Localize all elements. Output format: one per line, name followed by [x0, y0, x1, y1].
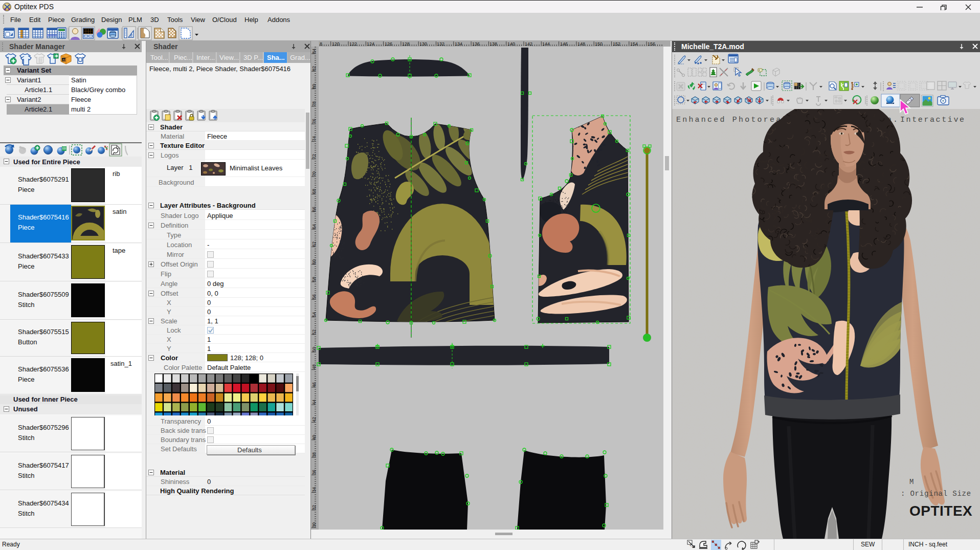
svg-text:30: 30: [311, 522, 317, 527]
svg-text:Interactive: Interactive: [900, 116, 966, 124]
svg-text:128: 128: [402, 41, 410, 47]
svg-text:46: 46: [311, 382, 317, 387]
svg-text:58: 58: [311, 277, 317, 282]
svg-text:50: 50: [311, 347, 317, 352]
svg-text:138: 138: [489, 41, 497, 47]
svg-text:1.0: 1.0: [689, 543, 695, 549]
svg-text:74: 74: [311, 136, 317, 141]
svg-text:80: 80: [311, 84, 317, 89]
svg-text:150: 150: [595, 41, 603, 47]
svg-text:52: 52: [311, 329, 317, 335]
svg-text:72: 72: [311, 154, 317, 159]
svg-text:: Original Size: : Original Size: [901, 490, 971, 498]
svg-text:152: 152: [613, 41, 620, 47]
svg-text:44: 44: [311, 400, 317, 405]
svg-text:40: 40: [311, 435, 317, 440]
svg-text:70: 70: [311, 171, 317, 177]
svg-text:124: 124: [367, 41, 374, 47]
svg-text:68: 68: [311, 189, 317, 194]
svg-text:126: 126: [385, 41, 392, 47]
svg-text:122: 122: [349, 41, 357, 47]
svg-text:78: 78: [311, 101, 317, 106]
svg-text:34: 34: [311, 487, 317, 492]
svg-text:84: 84: [311, 49, 317, 54]
svg-text:66: 66: [311, 207, 317, 212]
svg-text:64: 64: [311, 224, 317, 229]
svg-text:48: 48: [311, 364, 317, 369]
svg-text:AI: AI: [62, 58, 65, 61]
svg-text:142: 142: [525, 41, 532, 47]
svg-text:120: 120: [332, 41, 340, 47]
svg-text:8: 8: [320, 41, 322, 47]
svg-text:56: 56: [311, 294, 317, 299]
svg-text:132: 132: [437, 41, 444, 47]
svg-text:154: 154: [630, 41, 638, 47]
svg-text:62: 62: [311, 241, 317, 247]
svg-text:130: 130: [419, 41, 427, 47]
svg-text:76: 76: [311, 119, 317, 124]
svg-text:54: 54: [311, 312, 317, 317]
svg-text:144: 144: [542, 41, 550, 47]
svg-text:OPTITEX: OPTITEX: [909, 503, 972, 519]
svg-text:156: 156: [648, 41, 655, 47]
svg-text:32: 32: [311, 505, 317, 510]
svg-text:M: M: [909, 478, 914, 486]
svg-text:38: 38: [311, 452, 317, 457]
svg-text:42: 42: [311, 417, 317, 422]
svg-text:134: 134: [455, 41, 462, 47]
svg-text:136: 136: [472, 41, 480, 47]
svg-text:82: 82: [311, 66, 317, 71]
svg-text:60: 60: [311, 259, 317, 265]
svg-text:36: 36: [311, 470, 317, 475]
svg-text:146: 146: [560, 41, 568, 47]
svg-text:140: 140: [507, 41, 515, 47]
svg-text:148: 148: [577, 41, 585, 47]
